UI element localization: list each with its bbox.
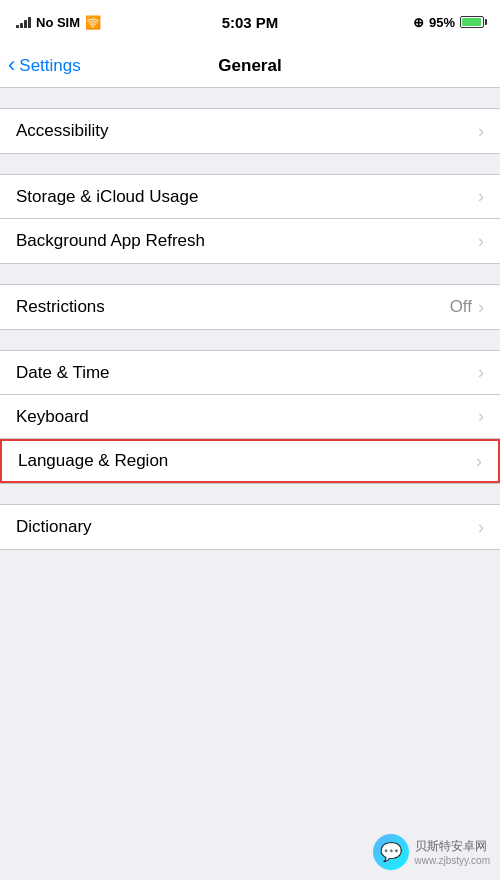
- storage-icloud-label: Storage & iCloud Usage: [16, 187, 198, 207]
- signal-icon: [16, 16, 31, 28]
- keyboard-label: Keyboard: [16, 407, 89, 427]
- status-time: 5:03 PM: [222, 14, 279, 31]
- section-dictionary: Dictionary ›: [0, 504, 500, 550]
- restrictions-value: Off: [450, 297, 472, 317]
- restrictions-label: Restrictions: [16, 297, 105, 317]
- row-storage-icloud[interactable]: Storage & iCloud Usage ›: [0, 175, 500, 219]
- row-accessibility[interactable]: Accessibility ›: [0, 109, 500, 153]
- wifi-icon: 🛜: [85, 15, 101, 30]
- accessibility-label: Accessibility: [16, 121, 109, 141]
- storage-chevron-icon: ›: [478, 186, 484, 207]
- accessibility-right: ›: [478, 121, 484, 142]
- storage-right: ›: [478, 186, 484, 207]
- language-region-right: ›: [476, 451, 482, 472]
- row-dictionary[interactable]: Dictionary ›: [0, 505, 500, 549]
- battery-fill: [462, 18, 481, 26]
- background-right: ›: [478, 231, 484, 252]
- date-time-right: ›: [478, 362, 484, 383]
- date-time-label: Date & Time: [16, 363, 110, 383]
- row-date-time[interactable]: Date & Time ›: [0, 351, 500, 395]
- background-chevron-icon: ›: [478, 231, 484, 252]
- date-time-chevron-icon: ›: [478, 362, 484, 383]
- section-accessibility: Accessibility ›: [0, 108, 500, 154]
- dictionary-label: Dictionary: [16, 517, 92, 537]
- battery-percent: 95%: [429, 15, 455, 30]
- restrictions-chevron-icon: ›: [478, 297, 484, 318]
- accessibility-chevron-icon: ›: [478, 121, 484, 142]
- row-restrictions[interactable]: Restrictions Off ›: [0, 285, 500, 329]
- watermark-text: 贝斯特安卓网 www.zjbstyy.com: [415, 838, 490, 866]
- watermark-url: www.zjbstyy.com: [415, 855, 490, 866]
- nav-bar: ‹ Settings General: [0, 44, 500, 88]
- carrier-name: No SIM: [36, 15, 80, 30]
- background-refresh-label: Background App Refresh: [16, 231, 205, 251]
- watermark: 💬 贝斯特安卓网 www.zjbstyy.com: [373, 834, 490, 870]
- section-storage: Storage & iCloud Usage › Background App …: [0, 174, 500, 264]
- back-chevron-icon: ‹: [8, 52, 15, 78]
- status-right: ⊕ 95%: [413, 15, 484, 30]
- keyboard-chevron-icon: ›: [478, 406, 484, 427]
- row-background-refresh[interactable]: Background App Refresh ›: [0, 219, 500, 263]
- status-carrier: No SIM 🛜: [16, 15, 101, 30]
- language-region-chevron-icon: ›: [476, 451, 482, 472]
- keyboard-right: ›: [478, 406, 484, 427]
- watermark-logo: 💬: [373, 834, 409, 870]
- settings-content: Accessibility › Storage & iCloud Usage ›…: [0, 88, 500, 880]
- dictionary-right: ›: [478, 517, 484, 538]
- dictionary-chevron-icon: ›: [478, 517, 484, 538]
- watermark-site: 贝斯特安卓网: [415, 838, 490, 855]
- row-keyboard[interactable]: Keyboard ›: [0, 395, 500, 439]
- restrictions-right: Off ›: [450, 297, 484, 318]
- back-label: Settings: [19, 56, 80, 76]
- row-language-region[interactable]: Language & Region ›: [0, 439, 500, 483]
- language-region-label: Language & Region: [18, 451, 168, 471]
- battery-icon: [460, 16, 484, 28]
- section-restrictions: Restrictions Off ›: [0, 284, 500, 330]
- back-button[interactable]: ‹ Settings: [8, 53, 81, 78]
- section-datetime: Date & Time › Keyboard › Language & Regi…: [0, 350, 500, 484]
- location-icon: ⊕: [413, 15, 424, 30]
- page-title: General: [218, 56, 281, 76]
- status-bar: No SIM 🛜 5:03 PM ⊕ 95%: [0, 0, 500, 44]
